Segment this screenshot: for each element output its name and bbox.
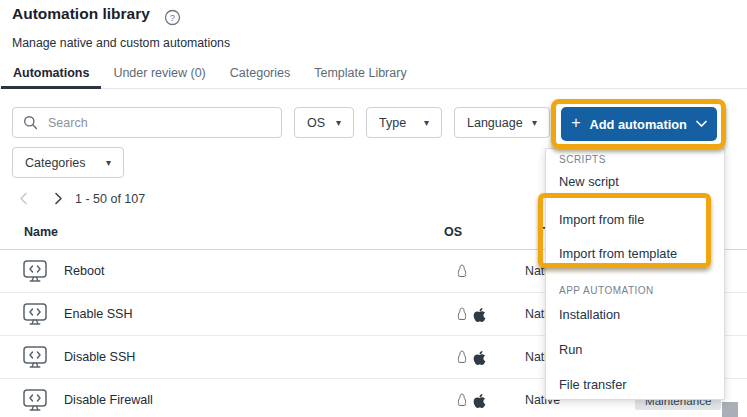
apple-icon [473, 350, 486, 366]
column-header-name[interactable]: Name [24, 225, 58, 239]
os-icons [455, 349, 486, 366]
tab-automations[interactable]: Automations [1, 60, 101, 89]
script-monitor-icon [22, 259, 48, 288]
chevron-down-icon: ▾ [106, 157, 111, 168]
menu-item-run[interactable]: Run [559, 342, 718, 357]
menu-section-app-automation: APP AUTOMATION [559, 285, 654, 296]
tab-bar: Automations Under review (0) Categories … [0, 60, 747, 89]
chevron-down-icon: ▾ [336, 117, 341, 128]
automation-name: Disable Firewall [64, 393, 153, 407]
tab-under-review[interactable]: Under review (0) [101, 60, 217, 89]
help-icon[interactable]: ? [164, 9, 181, 26]
categories-filter-dropdown[interactable]: Categories ▾ [12, 147, 124, 178]
type-filter-dropdown[interactable]: Type ▾ [366, 107, 442, 138]
add-automation-label: Add automation [589, 117, 686, 132]
os-filter-dropdown[interactable]: OS ▾ [294, 107, 354, 138]
script-monitor-icon [22, 302, 48, 331]
chevron-down-icon: ▾ [424, 117, 429, 128]
previous-page-icon[interactable] [17, 191, 33, 207]
tab-template-library[interactable]: Template Library [302, 60, 418, 89]
automation-name: Disable SSH [64, 350, 135, 364]
type-filter-label: Type [379, 116, 406, 130]
chevron-down-icon: ▾ [532, 117, 537, 128]
menu-section-scripts: SCRIPTS [559, 154, 606, 165]
search-box [12, 107, 282, 138]
add-automation-menu: SCRIPTS New script Import from file Impo… [545, 148, 725, 400]
search-icon [23, 115, 38, 130]
menu-item-installation[interactable]: Installation [559, 307, 718, 322]
script-monitor-icon [22, 345, 48, 374]
os-filter-label: OS [307, 116, 325, 130]
chevron-down-icon [696, 120, 707, 128]
search-input[interactable] [46, 115, 281, 131]
automation-name: Enable SSH [64, 307, 133, 321]
menu-item-import-from-file[interactable]: Import from file [559, 212, 718, 227]
linux-icon [455, 306, 469, 323]
categories-filter-label: Categories [25, 156, 85, 170]
os-icons [455, 306, 486, 323]
next-page-icon[interactable] [51, 191, 67, 207]
automation-library-page: Automation library ? Manage native and c… [0, 0, 747, 417]
linux-icon [455, 392, 469, 409]
os-icons [455, 392, 486, 409]
automation-name: Reboot [64, 264, 105, 278]
language-filter-dropdown[interactable]: Language ▾ [454, 107, 550, 138]
menu-item-new-script[interactable]: New script [559, 174, 718, 189]
menu-item-file-transfer[interactable]: File transfer [559, 377, 718, 392]
add-automation-button[interactable]: + Add automation [561, 107, 717, 141]
linux-icon [455, 263, 469, 280]
script-monitor-icon [22, 388, 48, 417]
os-icons [455, 263, 469, 280]
language-filter-label: Language [467, 116, 523, 130]
plus-icon: + [571, 114, 580, 132]
apple-icon [473, 393, 486, 409]
svg-text:?: ? [170, 12, 175, 23]
page-title: Automation library [12, 5, 150, 23]
linux-icon [455, 349, 469, 366]
menu-item-import-from-template[interactable]: Import from template [559, 246, 718, 261]
apple-icon [473, 307, 486, 323]
scrollbar-thumb-fragment[interactable] [722, 402, 738, 417]
column-header-os[interactable]: OS [444, 225, 462, 239]
page-subtitle: Manage native and custom automations [12, 36, 230, 50]
pagination-range: 1 - 50 of 107 [75, 192, 145, 206]
tab-categories[interactable]: Categories [218, 60, 302, 89]
